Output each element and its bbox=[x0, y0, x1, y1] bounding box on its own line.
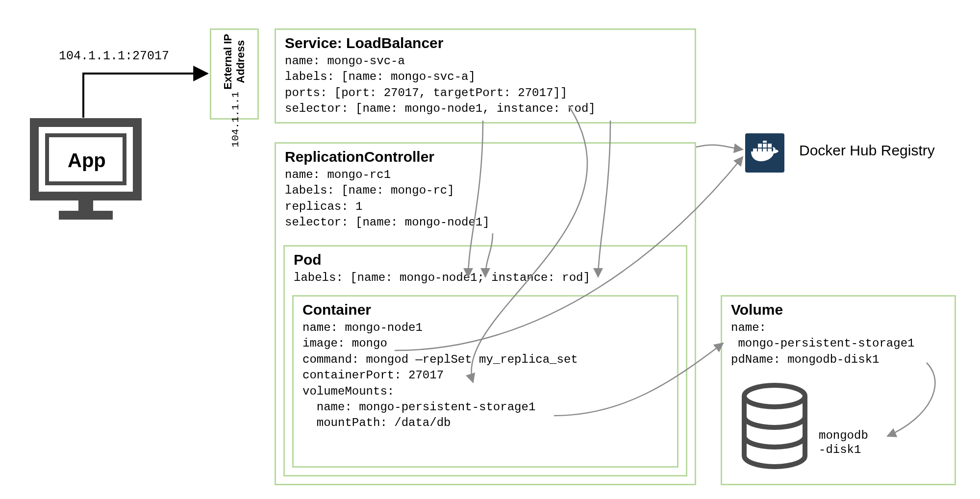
svg-rect-9 bbox=[758, 144, 762, 148]
container-body: name: mongo-node1 image: mongo command: … bbox=[302, 320, 668, 431]
container-box: Container name: mongo-node1 image: mongo… bbox=[292, 295, 678, 468]
service-body: name: mongo-svc-a labels: [name: mongo-s… bbox=[285, 53, 686, 117]
svg-rect-3 bbox=[59, 211, 113, 220]
docker-icon bbox=[745, 133, 784, 173]
docker-label: Docker Hub Registry bbox=[799, 142, 935, 159]
rc-title: ReplicationController bbox=[285, 149, 686, 165]
volume-title: Volume bbox=[731, 301, 946, 318]
external-ip-label: External IP Address bbox=[222, 34, 247, 90]
pod-body: labels: [name: mongo-node1; instance: ro… bbox=[294, 270, 677, 286]
connection-ip-port: 104.1.1.1:27017 bbox=[59, 49, 169, 63]
external-ip-value: 104.1.1.1 bbox=[230, 92, 241, 147]
external-ip-box: External IP Address 104.1.1.1 bbox=[210, 28, 259, 120]
pod-title: Pod bbox=[294, 251, 677, 268]
disk-label: mongodb -disk1 bbox=[819, 429, 868, 457]
svg-rect-12 bbox=[763, 141, 767, 143]
app-icon bbox=[29, 118, 142, 227]
svg-rect-2 bbox=[78, 196, 93, 211]
app-label: App bbox=[68, 150, 106, 172]
svg-rect-10 bbox=[763, 144, 767, 148]
volume-body: name: mongo-persistent-storage1 pdName: … bbox=[731, 320, 946, 368]
svg-rect-11 bbox=[768, 144, 772, 148]
svg-point-4 bbox=[744, 385, 805, 407]
container-title: Container bbox=[302, 301, 668, 318]
service-title: Service: LoadBalancer bbox=[285, 35, 686, 51]
rc-body: name: mongo-rc1 labels: [name: mongo-rc]… bbox=[285, 167, 686, 231]
database-icon bbox=[738, 382, 811, 475]
service-box: Service: LoadBalancer name: mongo-svc-a … bbox=[275, 28, 696, 124]
diagram-canvas: App 104.1.1.1:27017 External IP Address … bbox=[10, 10, 970, 489]
